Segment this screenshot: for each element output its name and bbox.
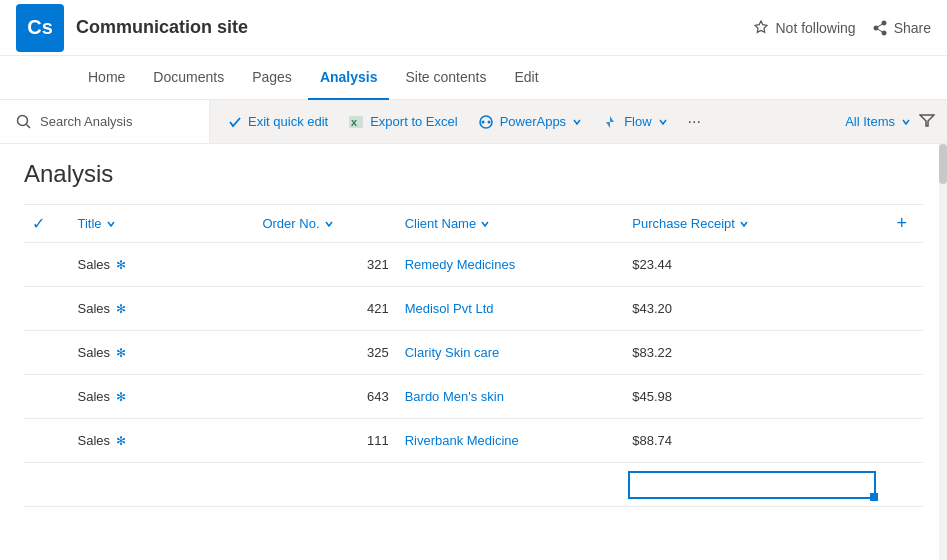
nav-pages[interactable]: Pages	[240, 56, 304, 100]
powerapps-icon	[478, 114, 494, 130]
row-client-cell[interactable]: Clarity Skin care	[397, 331, 625, 375]
svg-text:X: X	[351, 118, 357, 128]
nav-site-contents[interactable]: Site contents	[393, 56, 498, 100]
row-client-cell[interactable]: Medisol Pvt Ltd	[397, 287, 625, 331]
flow-icon	[602, 114, 618, 130]
row-title-cell[interactable]: Sales✻	[70, 375, 255, 419]
filter-button[interactable]	[919, 112, 935, 131]
svg-point-0	[18, 115, 28, 125]
row-order-cell: 111	[254, 419, 396, 463]
exit-quick-edit-label: Exit quick edit	[248, 114, 328, 129]
table-row[interactable]: Sales✻111Riverbank Medicine$88.74	[24, 419, 923, 463]
content-area: Analysis ✓ Title Order No.	[0, 144, 947, 560]
empty-add-cell	[880, 463, 923, 507]
flow-button[interactable]: Flow	[592, 100, 677, 144]
table-row[interactable]: Sales✻421Medisol Pvt Ltd$43.20	[24, 287, 923, 331]
asterisk-icon: ✻	[116, 346, 126, 360]
col-order-label: Order No.	[262, 216, 319, 231]
empty-order-cell	[254, 463, 396, 507]
search-icon	[16, 114, 32, 130]
col-title-label: Title	[78, 216, 102, 231]
row-title-cell[interactable]: Sales✻	[70, 331, 255, 375]
row-check-cell[interactable]	[24, 375, 70, 419]
table-row[interactable]: Sales✻321Remedy Medicines$23.44	[24, 243, 923, 287]
row-client-cell[interactable]: Riverbank Medicine	[397, 419, 625, 463]
star-icon	[753, 20, 769, 36]
title-text: Sales	[78, 433, 111, 448]
row-order-cell: 321	[254, 243, 396, 287]
client-sort-icon	[480, 219, 490, 229]
row-client-cell[interactable]: Remedy Medicines	[397, 243, 625, 287]
search-box[interactable]: Search Analysis	[0, 100, 210, 143]
all-items-button[interactable]: All Items	[845, 114, 911, 129]
asterisk-icon: ✻	[116, 258, 126, 272]
more-button[interactable]: ···	[678, 100, 711, 144]
row-receipt-cell[interactable]: $43.20	[624, 287, 880, 331]
row-receipt-cell[interactable]: $83.22	[624, 331, 880, 375]
row-order-cell: 421	[254, 287, 396, 331]
all-items-chevron-icon	[901, 117, 911, 127]
receipt-sort-icon	[739, 219, 749, 229]
share-button[interactable]: Share	[872, 20, 931, 36]
nav-analysis[interactable]: Analysis	[308, 56, 390, 100]
export-to-excel-label: Export to Excel	[370, 114, 457, 129]
nav-documents[interactable]: Documents	[141, 56, 236, 100]
row-receipt-cell[interactable]: $88.74	[624, 419, 880, 463]
power-apps-label: PowerApps	[500, 114, 566, 129]
power-apps-button[interactable]: PowerApps	[468, 100, 592, 144]
title-sort-icon	[106, 219, 116, 229]
row-receipt-cell[interactable]: $45.98	[624, 375, 880, 419]
row-check-cell[interactable]	[24, 419, 70, 463]
row-check-cell[interactable]	[24, 287, 70, 331]
nav-edit[interactable]: Edit	[502, 56, 550, 100]
row-order-cell: 325	[254, 331, 396, 375]
row-title-cell[interactable]: Sales✻	[70, 419, 255, 463]
toolbar: Search Analysis Exit quick edit X Export…	[0, 100, 947, 144]
add-column-icon[interactable]: +	[896, 213, 907, 233]
row-receipt-cell[interactable]: $23.44	[624, 243, 880, 287]
share-icon	[872, 20, 888, 36]
asterisk-icon: ✻	[116, 302, 126, 316]
export-to-excel-button[interactable]: X Export to Excel	[338, 100, 467, 144]
not-following-label: Not following	[775, 20, 855, 36]
col-check[interactable]: ✓	[24, 205, 70, 243]
toolbar-actions: Exit quick edit X Export to Excel PowerA…	[210, 100, 833, 144]
header: Cs Communication site Not following Shar…	[0, 0, 947, 56]
row-add-cell	[880, 375, 923, 419]
exit-quick-edit-button[interactable]: Exit quick edit	[218, 100, 338, 144]
empty-receipt-cell[interactable]	[624, 463, 880, 507]
asterisk-icon: ✻	[116, 390, 126, 404]
table-row[interactable]: Sales✻643Bardo Men's skin$45.98	[24, 375, 923, 419]
scrollbar[interactable]	[939, 144, 947, 560]
site-name: Communication site	[76, 17, 753, 38]
row-add-cell	[880, 287, 923, 331]
table-row[interactable]: Sales✻325Clarity Skin care$83.22	[24, 331, 923, 375]
not-following-button[interactable]: Not following	[753, 20, 855, 36]
title-text: Sales	[78, 389, 111, 404]
scrollbar-thumb[interactable]	[939, 144, 947, 184]
empty-title-cell	[70, 463, 255, 507]
col-add-header[interactable]: +	[880, 205, 923, 243]
nav-home[interactable]: Home	[76, 56, 137, 100]
col-receipt-header[interactable]: Purchase Receipt	[624, 205, 880, 243]
row-order-cell: 643	[254, 375, 396, 419]
svg-point-6	[487, 120, 490, 123]
title-text: Sales	[78, 301, 111, 316]
table-header-row: ✓ Title Order No.	[24, 205, 923, 243]
col-client-header[interactable]: Client Name	[397, 205, 625, 243]
col-title-header[interactable]: Title	[70, 205, 255, 243]
col-receipt-label: Purchase Receipt	[632, 216, 735, 231]
row-title-cell[interactable]: Sales✻	[70, 243, 255, 287]
table-empty-row	[24, 463, 923, 507]
col-order-header[interactable]: Order No.	[254, 205, 396, 243]
flow-label: Flow	[624, 114, 651, 129]
row-add-cell	[880, 243, 923, 287]
row-check-cell[interactable]	[24, 243, 70, 287]
excel-icon: X	[348, 114, 364, 130]
powerapps-chevron-icon	[572, 117, 582, 127]
toolbar-right: All Items	[833, 112, 947, 131]
row-client-cell[interactable]: Bardo Men's skin	[397, 375, 625, 419]
row-check-cell[interactable]	[24, 331, 70, 375]
analysis-table: ✓ Title Order No.	[24, 204, 923, 507]
row-title-cell[interactable]: Sales✻	[70, 287, 255, 331]
